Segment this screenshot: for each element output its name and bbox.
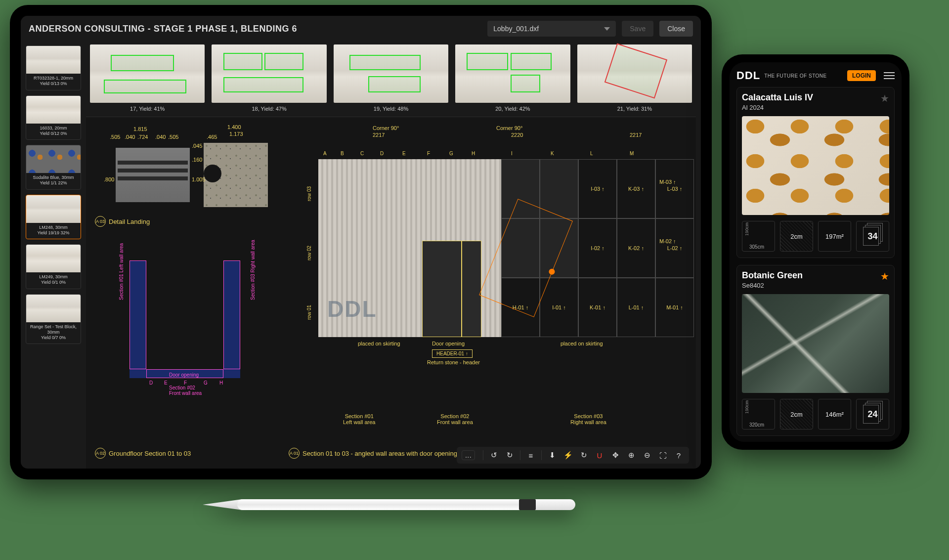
slab-thumb-label: Sodalite Blue, 30mmYield 1/1 22% <box>26 173 81 189</box>
more-button[interactable]: ... <box>462 450 475 460</box>
section-tag-a03: A 03 Detail Landing <box>95 216 150 227</box>
watermark: DDL <box>327 296 377 322</box>
section-code-icon: A 03 <box>95 216 106 227</box>
favorite-star-icon[interactable]: ★ <box>880 92 889 104</box>
redo-icon[interactable]: ↻ <box>504 450 515 461</box>
stat-dimensions: 190cm 320cm <box>742 399 775 430</box>
slab-thumb[interactable]: Range Set - Test Block, 30mmYield 0/7 0% <box>26 294 81 345</box>
slab-filmstrip: 17, Yield: 41% 18, Yield: 47% <box>86 42 696 117</box>
slab-caption: 20, Yield: 42% <box>495 106 530 112</box>
phone-header: DDL THE FUTURE OF STONE LOGIN <box>736 69 895 82</box>
slab-thumb-image <box>26 295 81 322</box>
stat-thickness: 2cm <box>780 399 813 430</box>
dim-label: .800 <box>104 176 114 182</box>
filmstrip-slab[interactable]: 17, Yield: 41% <box>90 44 205 112</box>
filmstrip-slab[interactable]: 20, Yield: 42% <box>455 44 570 112</box>
header-tile[interactable]: HEADER-01 ↑ <box>432 349 473 358</box>
stat-area: 197m² <box>818 221 851 252</box>
fullscreen-icon[interactable]: ⛶ <box>657 450 668 461</box>
stone-card[interactable]: Botanic Green Se8402 ★ 190cm 320cm 2cm 1… <box>736 265 895 436</box>
filmstrip-slab[interactable]: 19, Yield: 48% <box>334 44 448 112</box>
slab-thumb-image <box>26 46 81 74</box>
return-panel <box>462 241 481 337</box>
brand-logo: DDL <box>736 69 760 82</box>
stone-card[interactable]: Calacatta Luis IV Al 2024 ★ 190cm 305cm … <box>736 87 895 258</box>
slab-sidebar: RT032328-1, 20mmYield 0/13 0% 16033, 20m… <box>21 42 86 469</box>
move-icon[interactable]: ✥ <box>610 450 621 461</box>
slab-image <box>334 44 448 103</box>
login-button[interactable]: LOGIN <box>847 70 876 81</box>
save-button[interactable]: Save <box>622 21 653 37</box>
chevron-down-icon <box>604 27 610 31</box>
dim-label: 1.173 <box>229 131 243 137</box>
dim-label: 1.005 <box>192 176 206 182</box>
dim-label: .040 <box>155 134 166 140</box>
wall-layout: 2217 2220 2217 A B C D E F G H I K <box>284 132 691 439</box>
app-body: RT032328-1, 20mmYield 0/13 0% 16033, 20m… <box>21 42 701 469</box>
section-tag-label: Detail Landing <box>109 218 150 225</box>
door-label: Door opening <box>169 372 199 378</box>
app-header: ANDERSON CONSULTING - STAGE 1 PHASE 1, B… <box>21 16 701 42</box>
undo-icon[interactable]: ↺ <box>488 450 499 461</box>
section-label: Section #03 Right wall area <box>250 240 256 300</box>
stone-code: Se8402 <box>742 282 803 289</box>
section-tag-a02: A 02 Groundfloor Section 01 to 03 <box>95 448 191 459</box>
dim-label: 1.400 <box>227 124 241 130</box>
slab-thumb-label: RT032328-1, 20mmYield 0/13 0% <box>26 74 81 90</box>
section-code-icon: A 02 <box>95 448 106 459</box>
file-select[interactable]: Lobby_001.dxf <box>487 21 616 37</box>
slab-thumb[interactable]: LM249, 30mmYield 0/1 0% <box>26 244 81 289</box>
project-title: ANDERSON CONSULTING - STAGE 1 PHASE 1, B… <box>29 24 481 34</box>
stone-stats: 190cm 320cm 2cm 146m² 24 <box>742 399 889 430</box>
brand-tagline: THE FUTURE OF STONE <box>764 73 827 79</box>
slab-image <box>212 44 326 103</box>
menu-icon[interactable] <box>884 72 895 79</box>
file-select-value: Lobby_001.dxf <box>493 25 539 33</box>
dim-label: .505 <box>168 134 178 140</box>
slab-caption: 21, Yield: 31% <box>617 106 652 112</box>
stat-thickness: 2cm <box>780 221 813 252</box>
favorite-star-icon[interactable]: ★ <box>880 270 889 282</box>
tablet-screen: ANDERSON CONSULTING - STAGE 1 PHASE 1, B… <box>21 16 701 469</box>
slab-thumb[interactable]: Sodalite Blue, 30mmYield 1/1 22% <box>26 145 81 190</box>
slab-thumb-label: Range Set - Test Block, 30mmYield 0/7 0% <box>26 322 81 344</box>
stat-area: 146m² <box>818 399 851 430</box>
magnet-icon[interactable]: U <box>594 450 605 461</box>
slab-thumb-label: 16033, 20mmYield 0/12 0% <box>26 124 81 140</box>
tablet-device: ANDERSON CONSULTING - STAGE 1 PHASE 1, B… <box>10 5 712 479</box>
slab-image <box>90 44 205 103</box>
cycle-icon[interactable]: ↻ <box>578 450 589 461</box>
phone-device: DDL THE FUTURE OF STONE LOGIN Calacatta … <box>722 54 909 450</box>
slab-thumb-image <box>26 96 81 124</box>
download-icon[interactable]: ⬇ <box>547 450 558 461</box>
slab-thumb-label: LM248, 30mmYield 19/19 32% <box>26 223 81 239</box>
stat-count: 24 <box>856 399 889 430</box>
filmstrip-slab[interactable]: 21, Yield: 31% <box>577 44 692 112</box>
help-icon[interactable]: ? <box>673 450 684 461</box>
door-opening <box>422 241 462 337</box>
groundfloor-section: Door opening Section #02Front wall area … <box>110 256 278 404</box>
workspace: 17, Yield: 41% 18, Yield: 47% <box>86 42 701 469</box>
dim-label: 1.815 <box>133 126 147 132</box>
list-icon[interactable]: ≡ <box>525 450 536 461</box>
canvas-toolbar: ... ↺ ↻ ≡ ⬇ ⚡ ↻ U ✥ ⊕ ⊖ ⛶ <box>457 447 689 464</box>
stone-title: Calacatta Luis IV <box>742 92 813 103</box>
zoom-out-icon[interactable]: ⊖ <box>642 450 652 461</box>
slab-thumb[interactable]: RT032328-1, 20mmYield 0/13 0% <box>26 45 81 90</box>
section-label: Section #01 Left wall area <box>119 243 124 300</box>
slab-thumb-image <box>26 245 81 272</box>
cad-canvas[interactable]: 1.815 .505 .040 .724 .040 .505 1.400 1.1… <box>86 117 696 469</box>
stone-stats: 190cm 305cm 2cm 197m² 34 <box>742 221 889 252</box>
bolt-icon[interactable]: ⚡ <box>562 450 573 461</box>
stone-title: Botanic Green <box>742 270 803 281</box>
dim-label: .465 <box>207 134 217 140</box>
section-code-icon: A 01 <box>289 448 300 459</box>
slab-thumb[interactable]: 16033, 20mmYield 0/12 0% <box>26 95 81 140</box>
zoom-in-icon[interactable]: ⊕ <box>626 450 637 461</box>
slab-thumb-selected[interactable]: LM248, 30mmYield 19/19 32% <box>26 195 81 240</box>
slab-caption: 18, Yield: 47% <box>252 106 286 112</box>
close-button[interactable]: Close <box>659 21 693 37</box>
slab-thumb-image <box>26 145 81 173</box>
stylus-pen <box>203 494 598 516</box>
filmstrip-slab[interactable]: 18, Yield: 47% <box>212 44 326 112</box>
